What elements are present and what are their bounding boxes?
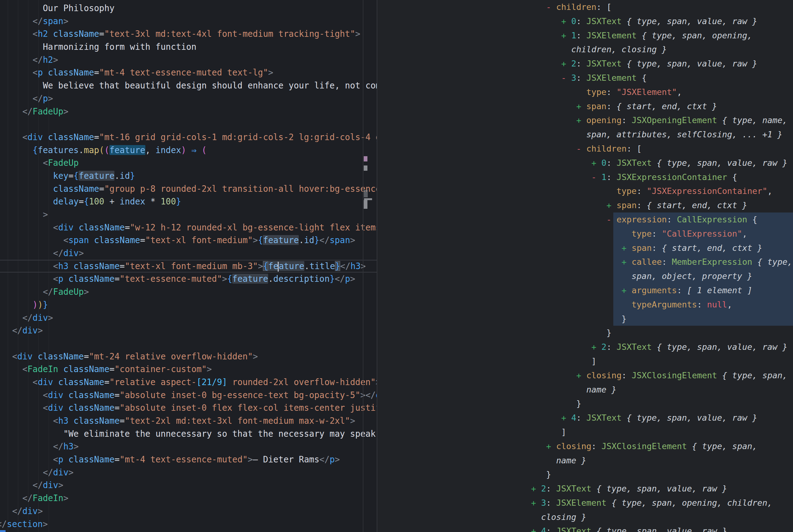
code-line[interactable]: </h3> [2, 440, 377, 453]
ast-line[interactable]: ] [531, 425, 792, 439]
scrollbar-slider[interactable] [364, 200, 367, 209]
ast-line[interactable]: span, attributes, selfClosing, ... +1 } [531, 128, 792, 142]
ast-line[interactable]: - children: [ [531, 0, 792, 14]
code-line[interactable]: className="group p-8 rounded-2xl transit… [2, 183, 377, 195]
code-line[interactable]: <div className="mt-24 relative overflow-… [2, 350, 377, 363]
code-line[interactable]: <h3 className="text-2xl md:text-3xl font… [2, 415, 377, 428]
ast-lines: - children: [ + 0: JSXText { type, span,… [531, 0, 792, 532]
code-line[interactable]: delay={100 + index * 100} [2, 195, 377, 208]
code-line[interactable]: </div> [2, 247, 377, 260]
ast-line[interactable]: + 4: JSXText { type, span, value, raw } [531, 524, 792, 532]
ast-line[interactable]: } [531, 326, 792, 340]
code-line[interactable]: <div className="w-12 h-12 rounded-xl bg-… [2, 221, 377, 234]
code-line[interactable]: <p className="text-essence-muted">{featu… [2, 272, 377, 285]
ast-tree-panel[interactable]: - children: [ + 0: JSXText { type, span,… [377, 0, 793, 532]
ast-line[interactable]: + closing: JSXClosingElement { type, spa… [531, 439, 792, 453]
panel-divider[interactable] [377, 0, 377, 532]
code-line[interactable]: </div> [2, 479, 377, 492]
ast-line[interactable]: + 4: JSXText { type, span, value, raw } [531, 411, 792, 425]
code-line[interactable]: <div className="absolute inset-0 bg-esse… [2, 389, 377, 402]
code-line[interactable]: <span className="text-xl font-medium">{f… [2, 234, 377, 247]
code-line[interactable]: <FadeUp [2, 156, 377, 170]
ast-line[interactable]: + span: { start, end, ctxt } [531, 99, 792, 114]
ast-line[interactable]: name } [531, 383, 792, 397]
code-line[interactable]: We believe that beautiful design should … [2, 79, 377, 92]
ast-line[interactable]: + opening: JSXOpeningElement { type, nam… [531, 113, 792, 128]
code-line[interactable]: <FadeIn className="container-custom"> [2, 363, 377, 376]
ast-line[interactable]: + 2: JSXText { type, span, value, raw } [531, 340, 792, 354]
overview-ruler-mark-faded [364, 190, 368, 197]
code-line[interactable]: </div> [2, 311, 377, 324]
code-line[interactable]: </FadeIn> [2, 492, 377, 505]
code-line[interactable]: <p className="mt-4 text-essence-muted te… [2, 66, 377, 79]
ast-line[interactable]: + 1: JSXElement { type, span, opening, [531, 28, 792, 43]
ast-line[interactable]: } [531, 397, 792, 411]
code-line[interactable]: {features.map((feature, index) ⇒ ( [2, 144, 377, 157]
ast-line[interactable]: span, object, property } [531, 269, 792, 283]
ast-line[interactable]: } [531, 312, 792, 326]
ast-line[interactable]: + arguments: [ 1 element ] [531, 283, 792, 298]
code-line[interactable]: </div> [2, 505, 377, 518]
ast-line[interactable]: + callee: MemberExpression { type, [531, 255, 792, 269]
ast-line[interactable]: + closing: JSXClosingElement { type, spa… [531, 368, 792, 383]
code-line[interactable]: > [2, 208, 377, 221]
code-line[interactable]: </FadeUp> [2, 285, 377, 299]
ast-line[interactable]: } [531, 467, 792, 481]
code-line[interactable]: Our Philosophy [2, 2, 377, 15]
code-line[interactable]: </p> [2, 92, 377, 105]
ast-line[interactable]: typeArguments: null, [531, 298, 792, 312]
code-line[interactable]: <div className="absolute inset-0 flex fl… [2, 401, 377, 415]
overview-ruler-mark-gray [364, 166, 367, 171]
code-lines: Our Philosophy </span> <h2 className="te… [2, 2, 377, 530]
ast-line[interactable]: + span: { start, end, ctxt } [531, 198, 792, 212]
ast-line[interactable]: closing } [531, 510, 792, 524]
ast-line[interactable]: children, closing } [531, 42, 792, 57]
ast-line[interactable]: - 3: JSXElement { [531, 71, 792, 85]
overview-ruler-border [363, 0, 363, 532]
ast-line[interactable]: type: "JSXElement", [531, 85, 792, 99]
code-line[interactable]: </section> [0, 518, 377, 531]
ast-line[interactable]: + 0: JSXText { type, span, value, raw } [531, 156, 792, 170]
ast-line[interactable]: - expression: CallExpression { [531, 212, 792, 227]
ast-line[interactable]: type: "JSXExpressionContainer", [531, 184, 792, 198]
ast-line[interactable]: + 0: JSXText { type, span, value, raw } [531, 14, 792, 28]
code-line[interactable]: key={feature.id} [2, 170, 377, 183]
ast-line[interactable]: name } [531, 453, 792, 468]
code-line[interactable]: </div> [2, 466, 377, 479]
code-line[interactable]: Harmonizing form with function [2, 40, 377, 54]
ast-line[interactable]: + 2: JSXText { type, span, value, raw } [531, 481, 792, 496]
ast-line[interactable]: type: "CallExpression", [531, 227, 792, 241]
overview-ruler-mark-mauve [364, 156, 367, 162]
ast-line[interactable]: - 1: JSXExpressionContainer { [531, 170, 792, 184]
code-line[interactable]: </h2> [2, 54, 377, 66]
code-line[interactable]: <h3 className="text-xl font-medium mb-3"… [2, 260, 377, 273]
code-line[interactable]: <p className="mt-4 text-essence-muted">—… [2, 453, 377, 466]
ast-line[interactable]: ] [531, 354, 792, 368]
code-line[interactable]: "We eliminate the unnecessary so that th… [2, 428, 377, 440]
code-line[interactable]: <h2 className="text-3xl md:text-4xl font… [2, 27, 377, 40]
ast-line[interactable]: + 3: JSXElement { type, span, opening, c… [531, 496, 792, 510]
ast-line[interactable]: - children: [ [531, 142, 792, 156]
ast-line[interactable]: + 2: JSXText { type, span, value, raw } [531, 57, 792, 71]
code-line[interactable]: ))} [2, 299, 377, 311]
code-editor-pane[interactable]: Our Philosophy </span> <h2 className="te… [0, 0, 377, 532]
code-line[interactable]: <div className="relative aspect-[21/9] r… [2, 376, 377, 389]
corner-badge-blue [0, 530, 5, 532]
code-line[interactable]: </span> [2, 15, 377, 28]
code-line[interactable] [2, 118, 377, 131]
code-line[interactable]: </FadeUp> [2, 105, 377, 118]
code-line[interactable]: <div className="mt-16 grid grid-cols-1 m… [2, 131, 377, 144]
ast-line[interactable]: + span: { start, end, ctxt } [531, 241, 792, 255]
code-line[interactable] [2, 337, 377, 350]
code-line[interactable]: </div> [2, 324, 377, 337]
